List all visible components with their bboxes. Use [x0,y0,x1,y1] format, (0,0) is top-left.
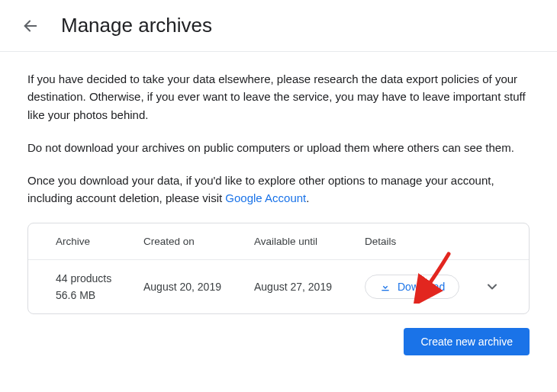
table-header-row: Archive Created on Available until Detai… [28,223,529,260]
intro-paragraph-1: If you have decided to take your data el… [27,70,530,124]
footer-actions: Create new archive [0,314,557,355]
content-area: If you have decided to take your data el… [0,52,557,314]
google-account-link[interactable]: Google Account [225,191,306,204]
download-button[interactable]: Download [365,275,459,299]
col-header-details-label: Details [365,236,396,247]
archive-cell: 44 products 56.6 MB [56,272,143,301]
create-archive-button[interactable]: Create new archive [404,328,530,355]
arrow-left-icon [22,18,39,34]
col-header-created: Created on [143,236,254,247]
archives-table: Archive Created on Available until Detai… [27,223,530,314]
available-cell: August 27, 2019 [254,281,365,293]
table-row: 44 products 56.6 MB August 20, 2019 Augu… [28,260,529,313]
download-label: Download [398,281,445,293]
details-cell: Download [365,275,501,299]
created-cell: August 20, 2019 [143,281,254,293]
archive-products: 44 products [56,272,143,284]
back-button[interactable] [21,17,40,35]
chevron-down-icon [485,279,500,294]
col-header-available: Available until [254,236,365,247]
svg-rect-1 [382,290,388,291]
intro-paragraph-2: Do not download your archives on public … [27,139,530,156]
archive-size: 56.6 MB [56,289,143,301]
col-header-archive: Archive [56,236,143,247]
expand-button[interactable] [483,278,501,296]
intro-paragraph-3: Once you download your data, if you'd li… [27,172,530,207]
page-title: Manage archives [61,14,212,37]
download-icon [379,281,391,293]
header-bar: Manage archives [0,0,557,52]
col-header-details: Details [365,236,501,247]
intro-p3-suffix: . [306,191,309,204]
